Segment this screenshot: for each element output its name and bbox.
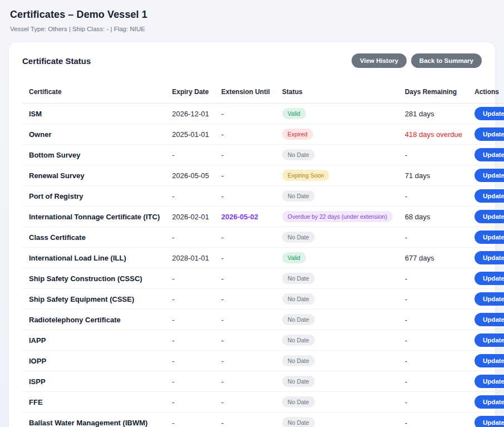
table-row: Port of Registry - - No Date - Update: [22, 186, 504, 207]
expiry-date: -: [165, 371, 215, 392]
page-header: Certificates – Demo Vessel 1 Vessel Type…: [0, 0, 504, 40]
table-header-row: Certificate Expiry Date Extension Until …: [22, 82, 504, 104]
days-remaining: 281 days: [405, 110, 434, 118]
days-remaining: 418 days overdue: [405, 130, 462, 139]
certificate-name: ISPP: [29, 377, 46, 386]
days-remaining: -: [405, 419, 407, 427]
days-remaining: -: [405, 274, 407, 283]
expiry-date: -: [165, 413, 215, 427]
status-badge: No Date: [282, 335, 315, 346]
extension-until: -: [221, 110, 224, 118]
status-badge: Overdue by 22 days (under extension): [282, 211, 393, 223]
card-heading: Certificate Status: [22, 56, 91, 66]
extension-until: -: [221, 357, 224, 365]
update-button[interactable]: Update: [475, 272, 504, 285]
update-button[interactable]: Update: [475, 313, 504, 326]
update-button[interactable]: Update: [475, 148, 504, 161]
extension-until: -: [221, 377, 224, 386]
extension-until: -: [221, 233, 224, 242]
expiry-date: 2025-01-01: [165, 124, 215, 145]
certificate-name: International Tonnage Certificate (ITC): [29, 213, 160, 221]
days-remaining: 677 days: [405, 254, 434, 262]
extension-until: -: [221, 316, 224, 324]
expiry-date: -: [165, 268, 215, 289]
days-remaining: 68 days: [405, 213, 431, 221]
expiry-date: -: [165, 310, 215, 330]
update-button[interactable]: Update: [475, 395, 504, 409]
status-badge: Expired: [282, 129, 313, 140]
table-row: International Load Line (ILL) 2028-01-01…: [22, 248, 504, 268]
table-row: Renewal Survey 2026-05-05 - Expiring Soo…: [22, 165, 504, 186]
update-button[interactable]: Update: [475, 333, 504, 347]
status-badge: Valid: [282, 108, 306, 120]
certificate-name: FFE: [29, 398, 43, 406]
status-badge: No Date: [282, 355, 315, 367]
certificate-name: Owner: [29, 130, 51, 139]
table-row: IAPP - - No Date - Update: [22, 330, 504, 351]
expiry-date: -: [165, 145, 215, 165]
certificate-name: Renewal Survey: [29, 171, 85, 180]
update-button[interactable]: Update: [475, 210, 504, 223]
extension-until: -: [221, 130, 224, 139]
back-to-summary-button[interactable]: Back to Summary: [411, 53, 482, 68]
status-badge: No Date: [282, 149, 315, 161]
days-remaining: -: [405, 151, 407, 159]
table-row: Class Certificate - - No Date - Update: [22, 227, 504, 248]
column-header-extension-until: Extension Until: [215, 82, 275, 104]
expiry-date: 2026-05-05: [165, 165, 215, 186]
extension-until: 2026-05-02: [221, 213, 259, 221]
extension-until: -: [221, 192, 224, 200]
update-button[interactable]: Update: [475, 230, 504, 244]
expiry-date: -: [165, 351, 215, 371]
days-remaining: -: [405, 295, 407, 303]
update-button[interactable]: Update: [475, 251, 504, 264]
update-button[interactable]: Update: [475, 354, 504, 367]
certificate-name: Bottom Survey: [29, 151, 80, 159]
table-head: Certificate Expiry Date Extension Until …: [22, 82, 504, 104]
view-history-button[interactable]: View History: [352, 53, 407, 68]
expiry-date: -: [165, 330, 215, 351]
table-row: Ballast Water Management (IBWM) - - No D…: [22, 413, 504, 427]
days-remaining: -: [405, 336, 407, 345]
certificate-name: Radiotelephony Certificate: [29, 316, 121, 324]
days-remaining: -: [405, 357, 407, 365]
update-button[interactable]: Update: [475, 416, 504, 427]
expiry-date: -: [165, 186, 215, 207]
table-row: Ship Safety Equipment (CSSE) - - No Date…: [22, 289, 504, 310]
table-row: Owner 2025-01-01 - Expired 418 days over…: [22, 124, 504, 145]
certificate-name: ISM: [29, 110, 42, 118]
update-button[interactable]: Update: [475, 127, 504, 141]
certificate-name: IAPP: [29, 336, 46, 345]
status-badge: No Date: [282, 396, 315, 408]
expiry-date: -: [165, 392, 215, 413]
status-badge: No Date: [282, 293, 315, 305]
extension-until: -: [221, 151, 224, 159]
update-button[interactable]: Update: [475, 189, 504, 203]
certificate-name: IOPP: [29, 357, 46, 365]
update-button[interactable]: Update: [475, 107, 504, 120]
update-button[interactable]: Update: [475, 292, 504, 306]
table-body: ISM 2026-12-01 - Valid 281 days Update O…: [22, 104, 504, 427]
extension-until: -: [221, 336, 224, 345]
table-row: International Tonnage Certificate (ITC) …: [22, 207, 504, 227]
column-header-status: Status: [275, 82, 398, 104]
table-row: FFE - - No Date - Update: [22, 392, 504, 413]
certificate-name: Ship Safety Equipment (CSSE): [29, 295, 134, 303]
column-header-expiry-date: Expiry Date: [165, 82, 215, 104]
status-badge: No Date: [282, 314, 315, 326]
status-badge: No Date: [282, 232, 315, 243]
status-badge: No Date: [282, 376, 315, 387]
column-header-certificate: Certificate: [22, 82, 165, 104]
status-badge: No Date: [282, 190, 315, 202]
update-button[interactable]: Update: [475, 169, 504, 182]
card-header: Certificate Status View History Back to …: [22, 53, 482, 68]
table-row: Bottom Survey - - No Date - Update: [22, 145, 504, 165]
status-badge: No Date: [282, 273, 315, 284]
days-remaining: -: [405, 398, 407, 406]
days-remaining: -: [405, 377, 407, 386]
extension-until: -: [221, 419, 224, 427]
update-button[interactable]: Update: [475, 375, 504, 388]
extension-until: -: [221, 398, 224, 406]
card-header-actions: View History Back to Summary: [352, 53, 482, 68]
certificate-name: Ballast Water Management (IBWM): [29, 419, 147, 427]
